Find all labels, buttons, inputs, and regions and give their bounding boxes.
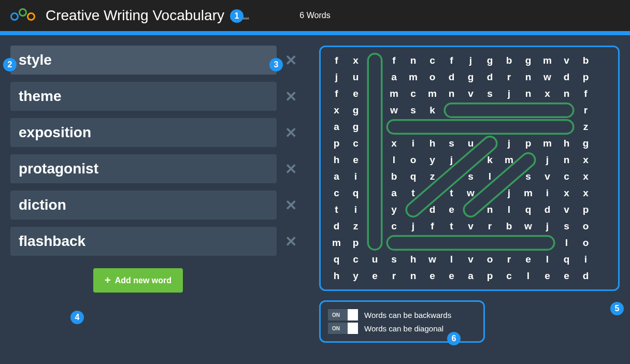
grid-cell[interactable]: e bbox=[519, 152, 538, 168]
grid-cell[interactable]: d bbox=[442, 69, 461, 85]
grid-cell[interactable]: j bbox=[499, 85, 519, 102]
grid-cell[interactable]: r bbox=[499, 69, 519, 85]
grid-cell[interactable]: j bbox=[404, 218, 423, 235]
grid-cell[interactable]: l bbox=[384, 152, 404, 168]
grid-cell[interactable]: y bbox=[442, 168, 461, 185]
grid-cell[interactable]: z bbox=[576, 119, 595, 135]
grid-cell[interactable]: y bbox=[384, 201, 404, 218]
grid-cell[interactable]: x bbox=[576, 168, 595, 185]
grid-cell[interactable]: v bbox=[538, 168, 557, 185]
grid-cell[interactable]: l bbox=[538, 251, 557, 268]
grid-cell[interactable]: c bbox=[519, 102, 538, 119]
grid-cell[interactable]: m bbox=[404, 69, 423, 85]
grid-cell[interactable]: d bbox=[327, 218, 346, 235]
grid-cell[interactable]: q bbox=[557, 251, 576, 268]
grid-cell[interactable]: s bbox=[480, 119, 499, 135]
grid-cell[interactable]: h bbox=[327, 268, 346, 284]
word-input[interactable] bbox=[10, 82, 277, 111]
delete-word-button[interactable]: ✕ bbox=[283, 88, 298, 105]
grid-cell[interactable]: n bbox=[365, 102, 384, 119]
grid-cell[interactable]: n bbox=[384, 119, 404, 135]
grid-cell[interactable]: c bbox=[423, 52, 442, 69]
grid-cell[interactable]: c bbox=[404, 235, 423, 251]
grid-cell[interactable]: i bbox=[576, 251, 595, 268]
grid-cell[interactable]: y bbox=[423, 152, 442, 168]
grid-cell[interactable]: x bbox=[557, 185, 576, 201]
grid-cell[interactable]: j bbox=[499, 185, 519, 201]
grid-cell[interactable]: e bbox=[538, 268, 557, 284]
grid-cell[interactable]: i bbox=[346, 201, 365, 218]
grid-cell[interactable]: n bbox=[404, 52, 423, 69]
grid-cell[interactable]: h bbox=[499, 168, 519, 185]
grid-cell[interactable]: h bbox=[557, 135, 576, 152]
grid-cell[interactable]: h bbox=[327, 152, 346, 168]
grid-cell[interactable]: t bbox=[442, 119, 461, 135]
grid-cell[interactable]: f bbox=[423, 218, 442, 235]
delete-word-button[interactable]: ✕ bbox=[283, 52, 298, 69]
grid-cell[interactable]: m bbox=[538, 52, 557, 69]
grid-cell[interactable]: n bbox=[557, 85, 576, 102]
grid-cell[interactable]: t bbox=[327, 201, 346, 218]
grid-cell[interactable]: r bbox=[576, 102, 595, 119]
grid-cell[interactable]: c bbox=[346, 135, 365, 152]
grid-cell[interactable]: m bbox=[538, 135, 557, 152]
grid-cell[interactable]: s bbox=[480, 135, 499, 152]
grid-cell[interactable]: r bbox=[480, 218, 499, 235]
grid-cell[interactable]: f bbox=[327, 52, 346, 69]
grid-cell[interactable]: w bbox=[538, 69, 557, 85]
grid-cell[interactable]: k bbox=[423, 102, 442, 119]
grid-cell[interactable]: o bbox=[365, 185, 384, 201]
grid-cell[interactable]: n bbox=[480, 201, 499, 218]
grid-cell[interactable]: q bbox=[327, 251, 346, 268]
grid-cell[interactable]: h bbox=[461, 235, 480, 251]
grid-cell[interactable]: p bbox=[519, 119, 538, 135]
grid-cell[interactable]: h bbox=[423, 135, 442, 152]
grid-cell[interactable]: e bbox=[346, 152, 365, 168]
grid-cell[interactable]: x bbox=[327, 102, 346, 119]
grid-cell[interactable]: s bbox=[461, 168, 480, 185]
delete-word-button[interactable]: ✕ bbox=[283, 233, 298, 250]
grid-cell[interactable]: q bbox=[519, 201, 538, 218]
grid-cell[interactable]: z bbox=[346, 218, 365, 235]
grid-cell[interactable]: c bbox=[327, 185, 346, 201]
grid-cell[interactable]: x bbox=[576, 152, 595, 168]
grid-cell[interactable]: z bbox=[423, 168, 442, 185]
grid-cell[interactable]: d bbox=[557, 102, 576, 119]
grid-cell[interactable]: c bbox=[499, 268, 519, 284]
grid-cell[interactable]: d bbox=[423, 201, 442, 218]
word-input[interactable] bbox=[10, 154, 277, 183]
grid-cell[interactable]: g bbox=[346, 119, 365, 135]
grid-cell[interactable]: f bbox=[384, 52, 404, 69]
grid-cell[interactable]: q bbox=[404, 168, 423, 185]
grid-cell[interactable]: m bbox=[327, 235, 346, 251]
grid-cell[interactable]: n bbox=[519, 85, 538, 102]
grid-cell[interactable]: g bbox=[346, 102, 365, 119]
grid-cell[interactable]: o bbox=[423, 69, 442, 85]
grid-cell[interactable]: c bbox=[404, 85, 423, 102]
grid-cell[interactable]: j bbox=[538, 152, 557, 168]
grid-cell[interactable]: m bbox=[499, 152, 519, 168]
grid-cell[interactable]: o bbox=[576, 235, 595, 251]
grid-cell[interactable]: i bbox=[538, 102, 557, 119]
grid-cell[interactable]: o bbox=[480, 251, 499, 268]
grid-cell[interactable]: w bbox=[461, 185, 480, 201]
grid-cell[interactable]: v bbox=[557, 52, 576, 69]
toggle-backwards[interactable]: ON bbox=[328, 309, 358, 321]
grid-cell[interactable]: t bbox=[404, 185, 423, 201]
grid-cell[interactable]: w bbox=[519, 218, 538, 235]
grid-cell[interactable]: f bbox=[576, 85, 595, 102]
grid-cell[interactable]: e bbox=[365, 235, 384, 251]
grid-cell[interactable]: b bbox=[499, 52, 519, 69]
grid-cell[interactable]: s bbox=[557, 218, 576, 235]
grid-cell[interactable]: m bbox=[519, 185, 538, 201]
grid-cell[interactable]: g bbox=[519, 52, 538, 69]
grid-cell[interactable]: l bbox=[557, 235, 576, 251]
grid-cell[interactable]: x bbox=[538, 85, 557, 102]
grid-cell[interactable]: d bbox=[480, 69, 499, 85]
grid-cell[interactable]: e bbox=[346, 85, 365, 102]
grid-cell[interactable]: e bbox=[557, 119, 576, 135]
grid-cell[interactable]: f bbox=[442, 52, 461, 69]
grid-cell[interactable]: n bbox=[404, 268, 423, 284]
grid-cell[interactable]: i bbox=[404, 135, 423, 152]
grid-cell[interactable]: l bbox=[519, 268, 538, 284]
